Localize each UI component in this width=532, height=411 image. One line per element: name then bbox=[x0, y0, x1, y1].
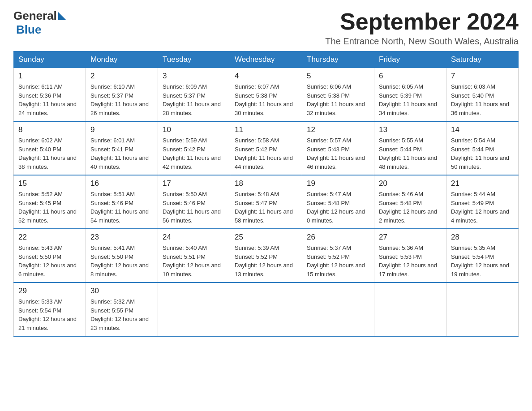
day-info: Sunrise: 5:35 AMSunset: 5:54 PMDaylight:… bbox=[451, 244, 514, 278]
logo: General Blue bbox=[13, 9, 66, 37]
day-number: 4 bbox=[235, 72, 297, 81]
title-area: September 2024 The Entrance North, New S… bbox=[325, 9, 519, 47]
day-info: Sunrise: 5:50 AMSunset: 5:46 PMDaylight:… bbox=[163, 190, 225, 225]
day-number: 5 bbox=[307, 72, 369, 81]
day-info: Sunrise: 5:33 AMSunset: 5:54 PMDaylight:… bbox=[18, 297, 81, 332]
day-info: Sunrise: 5:32 AMSunset: 5:55 PMDaylight:… bbox=[90, 297, 153, 332]
day-info: Sunrise: 6:07 AMSunset: 5:38 PMDaylight:… bbox=[235, 82, 297, 117]
day-number: 1 bbox=[18, 72, 81, 81]
week-row-1: 1Sunrise: 6:11 AMSunset: 5:36 PMDaylight… bbox=[14, 68, 519, 122]
month-title: September 2024 bbox=[325, 9, 519, 34]
calendar-cell: 22Sunrise: 5:43 AMSunset: 5:50 PMDayligh… bbox=[14, 229, 86, 283]
page-header: General Blue September 2024 The Entrance… bbox=[13, 9, 519, 47]
calendar-cell: 12Sunrise: 5:57 AMSunset: 5:43 PMDayligh… bbox=[302, 121, 374, 175]
calendar-cell: 10Sunrise: 5:59 AMSunset: 5:42 PMDayligh… bbox=[158, 121, 230, 175]
weekday-header-thursday: Thursday bbox=[302, 51, 374, 68]
day-info: Sunrise: 5:51 AMSunset: 5:46 PMDaylight:… bbox=[90, 190, 153, 225]
day-info: Sunrise: 5:55 AMSunset: 5:44 PMDaylight:… bbox=[379, 136, 442, 171]
day-info: Sunrise: 6:05 AMSunset: 5:39 PMDaylight:… bbox=[379, 82, 442, 117]
day-number: 29 bbox=[18, 287, 81, 295]
calendar-cell: 27Sunrise: 5:36 AMSunset: 5:53 PMDayligh… bbox=[374, 229, 446, 283]
day-number: 7 bbox=[451, 72, 514, 81]
calendar-cell: 25Sunrise: 5:39 AMSunset: 5:52 PMDayligh… bbox=[230, 229, 302, 283]
day-number: 13 bbox=[379, 125, 442, 134]
week-row-3: 15Sunrise: 5:52 AMSunset: 5:45 PMDayligh… bbox=[14, 175, 519, 229]
calendar-cell: 23Sunrise: 5:41 AMSunset: 5:50 PMDayligh… bbox=[86, 229, 158, 283]
day-info: Sunrise: 5:39 AMSunset: 5:52 PMDaylight:… bbox=[235, 244, 297, 278]
calendar-cell bbox=[158, 283, 230, 336]
logo-general-text: General bbox=[13, 9, 57, 23]
day-info: Sunrise: 6:10 AMSunset: 5:37 PMDaylight:… bbox=[90, 82, 153, 117]
calendar-cell: 18Sunrise: 5:48 AMSunset: 5:47 PMDayligh… bbox=[230, 175, 302, 229]
day-number: 9 bbox=[90, 125, 153, 134]
calendar-cell bbox=[446, 283, 519, 336]
calendar-cell: 19Sunrise: 5:47 AMSunset: 5:48 PMDayligh… bbox=[302, 175, 374, 229]
week-row-5: 29Sunrise: 5:33 AMSunset: 5:54 PMDayligh… bbox=[14, 283, 519, 336]
day-info: Sunrise: 6:03 AMSunset: 5:40 PMDaylight:… bbox=[451, 82, 514, 117]
day-info: Sunrise: 5:58 AMSunset: 5:42 PMDaylight:… bbox=[235, 136, 297, 171]
day-number: 25 bbox=[235, 233, 297, 242]
weekday-header-tuesday: Tuesday bbox=[158, 51, 230, 68]
day-info: Sunrise: 5:59 AMSunset: 5:42 PMDaylight:… bbox=[163, 136, 225, 171]
calendar-cell: 26Sunrise: 5:37 AMSunset: 5:52 PMDayligh… bbox=[302, 229, 374, 283]
day-info: Sunrise: 5:57 AMSunset: 5:43 PMDaylight:… bbox=[307, 136, 369, 171]
day-number: 21 bbox=[451, 179, 514, 188]
calendar-cell: 2Sunrise: 6:10 AMSunset: 5:37 PMDaylight… bbox=[86, 68, 158, 122]
calendar-cell: 4Sunrise: 6:07 AMSunset: 5:38 PMDaylight… bbox=[230, 68, 302, 122]
day-info: Sunrise: 5:54 AMSunset: 5:44 PMDaylight:… bbox=[451, 136, 514, 171]
day-info: Sunrise: 5:52 AMSunset: 5:45 PMDaylight:… bbox=[18, 190, 81, 225]
weekday-header-row: SundayMondayTuesdayWednesdayThursdayFrid… bbox=[14, 51, 519, 68]
day-number: 14 bbox=[451, 125, 514, 134]
day-number: 19 bbox=[307, 179, 369, 188]
day-number: 12 bbox=[307, 125, 369, 134]
day-info: Sunrise: 5:48 AMSunset: 5:47 PMDaylight:… bbox=[235, 190, 297, 225]
day-number: 24 bbox=[163, 233, 225, 242]
calendar-cell bbox=[374, 283, 446, 336]
location-subtitle: The Entrance North, New South Wales, Aus… bbox=[325, 36, 519, 47]
logo-blue-text: Blue bbox=[16, 23, 41, 37]
calendar-cell: 9Sunrise: 6:01 AMSunset: 5:41 PMDaylight… bbox=[86, 121, 158, 175]
calendar-cell: 5Sunrise: 6:06 AMSunset: 5:38 PMDaylight… bbox=[302, 68, 374, 122]
calendar-cell bbox=[302, 283, 374, 336]
day-info: Sunrise: 5:44 AMSunset: 5:49 PMDaylight:… bbox=[451, 190, 514, 225]
day-number: 6 bbox=[379, 72, 442, 81]
day-info: Sunrise: 6:01 AMSunset: 5:41 PMDaylight:… bbox=[90, 136, 153, 171]
day-info: Sunrise: 6:11 AMSunset: 5:36 PMDaylight:… bbox=[18, 82, 81, 117]
day-info: Sunrise: 5:47 AMSunset: 5:48 PMDaylight:… bbox=[307, 190, 369, 225]
calendar-cell: 20Sunrise: 5:46 AMSunset: 5:48 PMDayligh… bbox=[374, 175, 446, 229]
day-info: Sunrise: 5:37 AMSunset: 5:52 PMDaylight:… bbox=[307, 244, 369, 278]
day-number: 28 bbox=[451, 233, 514, 242]
calendar-cell: 3Sunrise: 6:09 AMSunset: 5:37 PMDaylight… bbox=[158, 68, 230, 122]
day-info: Sunrise: 5:46 AMSunset: 5:48 PMDaylight:… bbox=[379, 190, 442, 225]
day-number: 10 bbox=[163, 125, 225, 134]
calendar-cell: 6Sunrise: 6:05 AMSunset: 5:39 PMDaylight… bbox=[374, 68, 446, 122]
day-number: 18 bbox=[235, 179, 297, 188]
day-number: 22 bbox=[18, 233, 81, 242]
calendar-cell: 21Sunrise: 5:44 AMSunset: 5:49 PMDayligh… bbox=[446, 175, 519, 229]
day-number: 2 bbox=[90, 72, 153, 81]
day-info: Sunrise: 6:09 AMSunset: 5:37 PMDaylight:… bbox=[163, 82, 225, 117]
day-number: 27 bbox=[379, 233, 442, 242]
calendar-cell: 16Sunrise: 5:51 AMSunset: 5:46 PMDayligh… bbox=[86, 175, 158, 229]
day-info: Sunrise: 5:36 AMSunset: 5:53 PMDaylight:… bbox=[379, 244, 442, 278]
day-number: 17 bbox=[163, 179, 225, 188]
day-number: 16 bbox=[90, 179, 153, 188]
calendar-cell: 28Sunrise: 5:35 AMSunset: 5:54 PMDayligh… bbox=[446, 229, 519, 283]
calendar-table: SundayMondayTuesdayWednesdayThursdayFrid… bbox=[13, 51, 519, 337]
calendar-cell: 13Sunrise: 5:55 AMSunset: 5:44 PMDayligh… bbox=[374, 121, 446, 175]
day-number: 20 bbox=[379, 179, 442, 188]
calendar-cell: 14Sunrise: 5:54 AMSunset: 5:44 PMDayligh… bbox=[446, 121, 519, 175]
day-number: 3 bbox=[163, 72, 225, 81]
day-info: Sunrise: 5:43 AMSunset: 5:50 PMDaylight:… bbox=[18, 244, 81, 278]
weekday-header-saturday: Saturday bbox=[446, 51, 519, 68]
calendar-cell: 17Sunrise: 5:50 AMSunset: 5:46 PMDayligh… bbox=[158, 175, 230, 229]
week-row-4: 22Sunrise: 5:43 AMSunset: 5:50 PMDayligh… bbox=[14, 229, 519, 283]
weekday-header-wednesday: Wednesday bbox=[230, 51, 302, 68]
weekday-header-monday: Monday bbox=[86, 51, 158, 68]
week-row-2: 8Sunrise: 6:02 AMSunset: 5:40 PMDaylight… bbox=[14, 121, 519, 175]
day-info: Sunrise: 5:40 AMSunset: 5:51 PMDaylight:… bbox=[163, 244, 225, 278]
day-info: Sunrise: 6:06 AMSunset: 5:38 PMDaylight:… bbox=[307, 82, 369, 117]
calendar-cell: 7Sunrise: 6:03 AMSunset: 5:40 PMDaylight… bbox=[446, 68, 519, 122]
day-number: 15 bbox=[18, 179, 81, 188]
calendar-cell: 11Sunrise: 5:58 AMSunset: 5:42 PMDayligh… bbox=[230, 121, 302, 175]
